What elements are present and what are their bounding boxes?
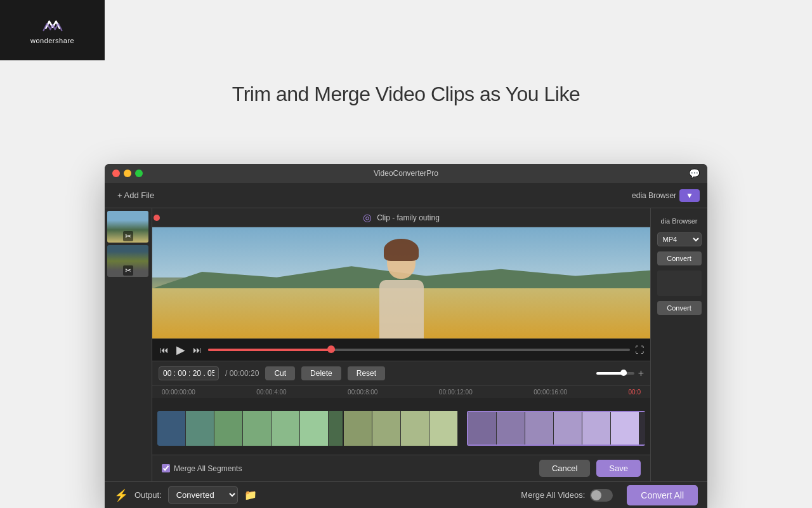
close-button[interactable] bbox=[112, 170, 120, 177]
cut-button[interactable]: Cut bbox=[265, 366, 295, 380]
right-sidebar: dia Browser MP4 MKV AVI Convert Convert bbox=[650, 208, 707, 481]
merge-all-label[interactable]: Merge All Segments bbox=[162, 464, 242, 473]
media-browser-text: edia Browser bbox=[632, 191, 676, 200]
video-controls-bar: ⏮ ▶ ⏭ ⛶ bbox=[152, 338, 650, 361]
frame-1-6 bbox=[300, 411, 329, 446]
frame-1-1 bbox=[157, 411, 186, 446]
skip-back-button[interactable]: ⏮ bbox=[159, 344, 170, 356]
save-button[interactable]: Save bbox=[596, 460, 641, 477]
timeline-area: 00:00:00:00 00:00:4:00 00:00:8:00 00:00:… bbox=[152, 385, 650, 455]
segment-1-frames bbox=[157, 411, 343, 446]
convert-all-button[interactable]: Convert All bbox=[627, 485, 698, 505]
file-list-sidebar: ✂ ✂ bbox=[105, 208, 152, 481]
add-file-button[interactable]: + Add File bbox=[112, 188, 159, 203]
flash-icon: ⚡ bbox=[114, 488, 128, 502]
progress-thumb bbox=[327, 345, 335, 353]
file-thumbnail-1[interactable]: ✂ bbox=[107, 211, 148, 243]
record-dot bbox=[154, 215, 160, 221]
frame-3-5 bbox=[582, 412, 611, 444]
trim-controls-bar: / 00:00:20 Cut Delete Reset + bbox=[152, 361, 650, 385]
volume-thumb bbox=[620, 370, 627, 376]
merge-all-videos-label: Merge All Videos: bbox=[521, 490, 585, 500]
frame-1-5 bbox=[272, 411, 300, 446]
play-circle-icon: ◎ bbox=[363, 211, 372, 224]
maximize-button[interactable] bbox=[135, 170, 143, 177]
main-content: ✂ ✂ ◎ Clip - family outing bbox=[105, 208, 707, 481]
time-input[interactable] bbox=[159, 366, 219, 380]
volume-control: + bbox=[596, 368, 644, 379]
frame-3-1 bbox=[468, 412, 497, 444]
frame-2-1 bbox=[344, 411, 372, 446]
progress-fill bbox=[208, 349, 335, 351]
thumb-overlay-2: ✂ bbox=[107, 265, 148, 276]
output-dropdown[interactable]: Converted bbox=[168, 486, 238, 504]
traffic-lights bbox=[112, 170, 143, 177]
skip-forward-button[interactable]: ⏭ bbox=[192, 344, 203, 356]
delete-button[interactable]: Delete bbox=[301, 366, 341, 380]
segment-2-frames bbox=[344, 411, 466, 446]
frame-3-4 bbox=[554, 412, 582, 444]
merge-all-toggle[interactable] bbox=[590, 489, 613, 502]
person-head bbox=[387, 244, 416, 279]
merge-all-text: Merge All Segments bbox=[174, 464, 242, 473]
format-dropdown[interactable]: MP4 MKV AVI bbox=[657, 232, 702, 246]
frame-1-7 bbox=[329, 411, 343, 446]
video-area: ◎ Clip - family outing bbox=[152, 208, 650, 481]
total-time-display: / 00:00:20 bbox=[225, 369, 259, 378]
frame-3-2 bbox=[497, 412, 525, 444]
ruler-marks: 00:00:00:00 00:00:4:00 00:00:8:00 00:00:… bbox=[159, 389, 644, 396]
convert-button-2[interactable]: Convert bbox=[657, 301, 702, 315]
merge-all-toggle-area: Merge All Videos: bbox=[521, 489, 613, 502]
person-body bbox=[379, 280, 424, 338]
timeline-track: Segment 1 Segment 2 Segment 3 bbox=[157, 411, 645, 455]
sidebar-spacer bbox=[657, 271, 702, 296]
frame-3-3 bbox=[525, 412, 554, 444]
clip-header: ◎ Clip - family outing bbox=[152, 208, 650, 227]
segment-3-frames bbox=[467, 411, 645, 446]
media-browser-label: edia Browser bbox=[632, 191, 676, 200]
add-file-label: + Add File bbox=[117, 190, 154, 200]
scissors-icon-1: ✂ bbox=[123, 231, 133, 241]
reset-button[interactable]: Reset bbox=[348, 366, 385, 380]
wondershare-logo-icon bbox=[41, 17, 64, 34]
merge-all-checkbox[interactable] bbox=[162, 464, 170, 472]
frame-2-3 bbox=[401, 411, 429, 446]
ruler-mark-0: 00:00:00:00 bbox=[162, 389, 195, 396]
logo-area: wondershare bbox=[0, 0, 105, 60]
person-figure bbox=[357, 244, 446, 338]
video-frame bbox=[152, 227, 650, 338]
volume-plus-icon[interactable]: + bbox=[638, 368, 644, 379]
toggle-knob bbox=[591, 490, 601, 500]
timeline-frames[interactable] bbox=[157, 411, 645, 446]
chat-icon[interactable]: 💬 bbox=[689, 168, 700, 178]
ruler-mark-2: 00:00:8:00 bbox=[348, 389, 377, 396]
folder-icon[interactable]: 📁 bbox=[244, 489, 257, 501]
video-player[interactable] bbox=[152, 227, 650, 338]
action-buttons: Cancel Save bbox=[539, 460, 641, 477]
file-thumbnail-2[interactable]: ✂ bbox=[107, 245, 148, 277]
media-browser-dropdown[interactable]: ▼ bbox=[679, 189, 700, 202]
clip-title: Clip - family outing bbox=[377, 213, 440, 222]
cancel-button[interactable]: Cancel bbox=[539, 460, 590, 477]
app-title: VideoConverterPro bbox=[374, 169, 438, 178]
frame-3-6 bbox=[611, 412, 639, 444]
action-bar: Merge All Segments Cancel Save bbox=[152, 455, 650, 481]
ruler-mark-3: 00:00:12:00 bbox=[439, 389, 473, 396]
thumb-overlay-1: ✂ bbox=[107, 231, 148, 241]
title-bar: VideoConverterPro 💬 bbox=[105, 164, 707, 183]
minimize-button[interactable] bbox=[124, 170, 131, 177]
toolbar: + Add File edia Browser ▼ bbox=[105, 183, 707, 208]
fullscreen-button[interactable]: ⛶ bbox=[635, 345, 644, 355]
person-hair bbox=[384, 239, 419, 261]
frame-2-2 bbox=[372, 411, 401, 446]
frame-1-3 bbox=[214, 411, 243, 446]
frame-1-4 bbox=[243, 411, 272, 446]
media-browser-label-right: dia Browser bbox=[658, 215, 700, 227]
video-progress-bar[interactable] bbox=[208, 349, 630, 351]
convert-button-1[interactable]: Convert bbox=[657, 251, 702, 265]
output-label: Output: bbox=[134, 490, 162, 500]
bottom-bar: ⚡ Output: Converted 📁 Merge All Videos: … bbox=[105, 481, 707, 508]
page-title: Trim and Merge Video Clips as You Like bbox=[0, 83, 812, 106]
volume-slider[interactable] bbox=[596, 372, 634, 375]
play-button[interactable]: ▶ bbox=[175, 342, 187, 358]
